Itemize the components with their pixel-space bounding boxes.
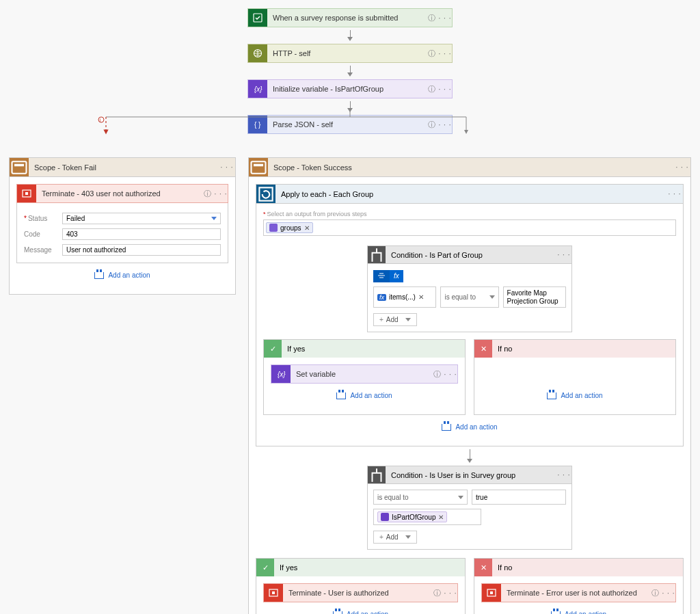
check-icon: ✓ (264, 340, 282, 358)
terminate-icon (264, 584, 283, 602)
add-action-button[interactable]: Add an action (263, 423, 676, 431)
scope-token-fail[interactable]: Scope - Token Fail · · · Terminate - 403… (9, 157, 236, 295)
menu-icon[interactable]: · · · (438, 121, 452, 129)
condition-title: Condition - Is Part of Group (386, 251, 556, 259)
menu-icon[interactable]: · · · (556, 251, 571, 258)
svg-rect-6 (12, 161, 27, 174)
parse-json-label: Parse JSON - self (267, 120, 425, 129)
svg-rect-17 (490, 591, 493, 594)
info-icon[interactable]: ⓘ (425, 120, 438, 130)
branch-if-yes: ✓If yes {x} Set variable ⓘ · · · (263, 339, 466, 415)
plug-icon (336, 392, 346, 399)
message-input[interactable]: User not authorized (62, 244, 221, 256)
terminate-authorized-card[interactable]: Terminate - User is authorized ⓘ · · · (263, 583, 458, 602)
info-icon[interactable]: ⓘ (648, 588, 662, 598)
condition2-right[interactable]: true (472, 490, 566, 505)
trigger-card[interactable]: When a survey response is submitted ⓘ · … (247, 8, 453, 27)
menu-icon[interactable]: · · · (219, 163, 235, 171)
variable-icon: {x} (271, 365, 291, 383)
condition-operator[interactable]: is equal to (440, 286, 498, 308)
message-label: Message (24, 246, 62, 254)
condition-right[interactable]: Favorite Map Projection Group (503, 286, 566, 308)
add-action-button[interactable]: Add an action (271, 392, 458, 399)
init-var-card[interactable]: {x} Initialize variable - IsPartOfGroup … (247, 79, 453, 98)
info-icon[interactable]: ⓘ (430, 588, 444, 598)
svg-rect-11 (254, 163, 263, 166)
apply-to-each[interactable]: Apply to each - Each Group · · · Select … (256, 184, 684, 446)
condition-is-part-of-group[interactable]: Condition - Is Part of Group · · · fx (367, 245, 572, 332)
menu-icon[interactable]: · · · (667, 190, 683, 198)
arrow-icon (247, 101, 453, 112)
info-icon[interactable]: ⓘ (425, 49, 438, 59)
scope-fail-title: Scope - Token Fail (29, 163, 219, 172)
menu-icon[interactable]: · · · (438, 85, 452, 93)
tab-fx[interactable]: fx (390, 270, 403, 282)
terminate-403-label: Terminate - 403 user not authorized (36, 189, 200, 198)
scope-success-title: Scope - Token Success (268, 163, 674, 172)
add-action-button[interactable]: Add an action (16, 271, 228, 279)
branch2-if-no: ✕If no Terminate - Error user is not aut… (474, 558, 684, 614)
info-icon[interactable]: ⓘ (425, 13, 438, 23)
cross-icon: ✕ (474, 340, 492, 358)
scope-token-success[interactable]: Scope - Token Success · · · Apply to eac… (248, 157, 691, 614)
plug-icon (442, 424, 451, 431)
apply-each-title: Apply to each - Each Group (275, 190, 667, 198)
info-icon[interactable]: ⓘ (200, 189, 214, 199)
http-card[interactable]: HTTP - self ⓘ · · · (247, 44, 453, 63)
add-condition-button[interactable]: Add (373, 531, 417, 544)
svg-rect-7 (14, 163, 24, 166)
menu-icon[interactable]: · · · (438, 50, 452, 57)
branch-icon (368, 246, 386, 263)
condition2-operator[interactable]: is equal to (373, 490, 468, 505)
groups-token[interactable]: groups ✕ (266, 222, 313, 233)
set-variable-card[interactable]: {x} Set variable ⓘ · · · (271, 364, 458, 384)
menu-icon[interactable]: · · · (214, 190, 228, 198)
menu-icon[interactable]: · · · (444, 371, 457, 378)
menu-icon[interactable]: · · · (438, 14, 452, 22)
menu-icon[interactable]: · · · (556, 471, 571, 479)
code-input[interactable]: 403 (62, 228, 221, 240)
terminate-icon (482, 584, 501, 602)
condition-user-in-survey-group[interactable]: Condition - Is User is in Survey group ·… (367, 466, 572, 550)
plug-icon (333, 611, 342, 615)
tab-basic[interactable] (373, 270, 390, 282)
json-icon: { } (248, 116, 267, 133)
menu-icon[interactable]: · · · (674, 163, 690, 171)
menu-icon[interactable]: · · · (662, 589, 675, 597)
parse-json-card[interactable]: { } Parse JSON - self ⓘ · · · (247, 115, 453, 134)
http-label: HTTP - self (267, 49, 425, 57)
svg-rect-15 (272, 591, 275, 594)
trigger-label: When a survey response is submitted (267, 14, 425, 22)
add-action-button[interactable]: Add an action (481, 392, 669, 399)
menu-icon[interactable]: · · · (444, 589, 457, 597)
info-icon[interactable]: ⓘ (425, 84, 438, 94)
svg-text:{x}: {x} (254, 85, 262, 93)
remove-token-icon[interactable]: ✕ (304, 224, 310, 232)
add-action-button[interactable]: Add an action (263, 611, 458, 614)
check-icon: ✓ (256, 559, 274, 576)
condition-tabs[interactable]: fx (373, 270, 403, 282)
survey-icon (248, 9, 267, 27)
info-icon[interactable]: ⓘ (430, 369, 444, 379)
add-condition-button[interactable]: Add (373, 313, 417, 326)
condition-left[interactable]: fx items(...) ✕ (373, 286, 436, 308)
init-var-label: Initialize variable - IsPartOfGroup (267, 85, 425, 93)
remove-token-icon[interactable]: ✕ (438, 513, 444, 521)
globe-icon (248, 44, 267, 62)
plug-icon (547, 392, 556, 399)
svg-rect-10 (252, 161, 266, 174)
branch-if-no: ✕If no Add an action (474, 339, 676, 415)
condition2-title: Condition - Is User is in Survey group (386, 471, 556, 479)
status-select[interactable]: Failed (62, 213, 221, 224)
add-action-button[interactable]: Add an action (481, 611, 676, 614)
variable-icon: {x} (248, 80, 267, 98)
plug-icon (94, 272, 104, 279)
terminate-403-card[interactable]: Terminate - 403 user not authorized ⓘ · … (16, 184, 228, 203)
remove-token-icon[interactable]: ✕ (418, 293, 424, 301)
select-output-input[interactable]: groups ✕ (263, 219, 676, 236)
condition2-left[interactable]: IsPartOfGroup✕ (373, 509, 481, 525)
terminate-not-authorized-card[interactable]: Terminate - Error user is not authorized… (481, 583, 676, 602)
svg-text:i: i (100, 118, 101, 122)
status-label: Status (24, 215, 62, 222)
arrow-icon (256, 449, 684, 463)
